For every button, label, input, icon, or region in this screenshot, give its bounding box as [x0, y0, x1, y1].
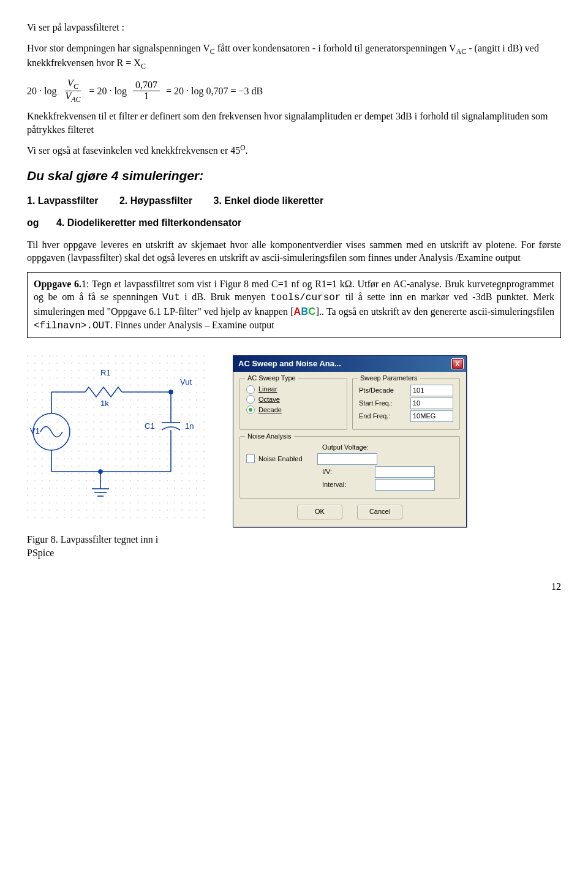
text: . Finnes under Analysis – Examine output: [110, 320, 274, 330]
fraction-0707-over-1: 0,707 1: [133, 80, 160, 102]
para-instructions: Til hver oppgave leveres en utskrift av …: [27, 238, 561, 265]
label-r1: R1: [100, 368, 111, 379]
label-v1: V1: [30, 426, 40, 437]
text: .: [246, 145, 248, 156]
input-iv[interactable]: [375, 466, 435, 478]
text: fått over kondensatoren - i forhold til …: [215, 43, 456, 53]
fieldset-sweep-type: AC Sweep Type Linear Octave Decade: [239, 378, 347, 430]
close-button[interactable]: X: [451, 358, 464, 369]
text: Oppgave 6.: [34, 279, 81, 289]
label-interval: Interval:: [322, 480, 371, 489]
subscript-c: C: [210, 47, 215, 56]
text: AC: [71, 95, 80, 104]
text-og: og: [27, 217, 39, 228]
dialog-titlebar[interactable]: AC Sweep and Noise Ana... X: [233, 356, 466, 372]
intro-line-1: Vi ser på lavpassfilteret :: [27, 21, 561, 34]
fieldset-noise-analysis: Noise Analysis Output Voltage: Noise Ena…: [239, 436, 460, 499]
legend-noise-analysis: Noise Analysis: [245, 432, 294, 441]
label-linear: Linear: [258, 385, 277, 394]
abc-c: C: [309, 306, 316, 317]
text: V: [67, 78, 74, 88]
text: = 20 · log: [89, 85, 127, 98]
label-noise-enabled: Noise Enabled: [258, 454, 303, 464]
fieldset-sweep-parameters: Sweep Parameters Pts/Decade 101 Start Fr…: [352, 378, 460, 430]
figure-circuit-schematic: R1 1k V1 Vut C1 1n: [27, 355, 211, 521]
intro-para-3: Vi ser også at fasevinkelen ved knekkfre…: [27, 143, 561, 157]
fraction-vc-over-vac: VC VAC: [62, 78, 83, 104]
text: C: [74, 83, 78, 91]
legend-sweep-type: AC Sweep Type: [245, 374, 298, 383]
input-end-freq[interactable]: 10MEG: [410, 410, 453, 422]
label-output-voltage: Output Voltage:: [322, 443, 371, 452]
svg-point-16: [99, 470, 102, 473]
label-end-freq: End Freq.:: [359, 412, 407, 421]
input-pts-decade[interactable]: 101: [410, 385, 453, 396]
label-vut: Vut: [180, 377, 192, 388]
text: ].. Ta også en utskrift av den genererte…: [316, 306, 554, 317]
figure-caption: Figur 8. Lavpassfilter tegnet inn i PSpi…: [27, 533, 180, 559]
text: Hvor stor dempningen har signalspenninge…: [27, 43, 210, 53]
text: 1: [81, 279, 86, 289]
page-number: 12: [27, 580, 561, 594]
code-menu: tools/cursor: [270, 292, 341, 303]
text: V: [65, 91, 71, 101]
heading-simuleringer: Du skal gjøre 4 simuleringer:: [27, 167, 561, 184]
radio-decade[interactable]: [246, 405, 255, 414]
label-iv: I/V:: [322, 467, 371, 477]
text: Vi ser også at fasevinkelen ved knekkfre…: [27, 145, 240, 156]
label-pts-decade: Pts/Decade: [359, 386, 407, 395]
input-output-voltage[interactable]: [317, 453, 377, 465]
code-filename: <filnavn>.OUT: [34, 320, 110, 331]
label-c1-value: 1n: [185, 421, 194, 432]
cancel-button[interactable]: Cancel: [357, 505, 402, 519]
sim-options-line-2: og 4. Diodelikeretter med filterkondensa…: [27, 216, 561, 230]
intro-para-1: Hvor stor dempningen har signalspenninge…: [27, 42, 561, 72]
superscript-o: O: [240, 144, 245, 151]
option-diodelikeretter-kondensator: 4. Diodelikeretter med filterkondensator: [56, 217, 241, 228]
label-c1: C1: [145, 421, 155, 432]
option-hoypassfilter: 2. Høypassfilter: [119, 195, 192, 206]
text: i dB. Bruk menyen: [180, 292, 270, 302]
label-start-freq: Start Freq.:: [359, 399, 407, 408]
equation-db: 20 · log VC VAC = 20 · log 0,707 1 = 20 …: [27, 78, 561, 104]
legend-sweep-parameters: Sweep Parameters: [358, 374, 420, 383]
abc-b: B: [301, 306, 309, 317]
text: 0,707: [133, 80, 160, 91]
label-octave: Octave: [258, 395, 280, 404]
subscript-c2: C: [141, 62, 146, 70]
text: 1: [141, 91, 151, 102]
intro-para-2: Knekkfrekvensen til et filter er definer…: [27, 110, 561, 136]
boxed-task-6-1: Oppgave 6.1: Tegn et lavpassfiltret som …: [27, 272, 561, 338]
dialog-ac-sweep: AC Sweep and Noise Ana... X AC Sweep Typ…: [233, 355, 467, 527]
input-start-freq[interactable]: 10: [410, 398, 453, 409]
label-r1-value: 1k: [100, 398, 109, 409]
text: 20 · log: [27, 85, 56, 98]
ok-button[interactable]: OK: [297, 505, 342, 519]
radio-linear[interactable]: [246, 385, 255, 394]
radio-octave[interactable]: [246, 395, 255, 404]
dialog-title: AC Sweep and Noise Ana...: [238, 358, 448, 369]
label-decade: Decade: [258, 405, 282, 415]
code-vut: Vut: [162, 292, 180, 303]
text: = 20 · log 0,707 = −3 dB: [166, 85, 263, 98]
input-interval[interactable]: [375, 479, 435, 491]
checkbox-noise-enabled[interactable]: [246, 454, 255, 463]
option-lavpassfilter: 1. Lavpassfilter: [27, 195, 99, 206]
option-diode-likeretter: 3. Enkel diode likeretter: [214, 195, 324, 206]
subscript-ac: AC: [456, 47, 467, 56]
abc-a: A: [293, 306, 301, 317]
sim-options-line-1: 1. Lavpassfilter 2. Høypassfilter 3. Enk…: [27, 194, 561, 208]
